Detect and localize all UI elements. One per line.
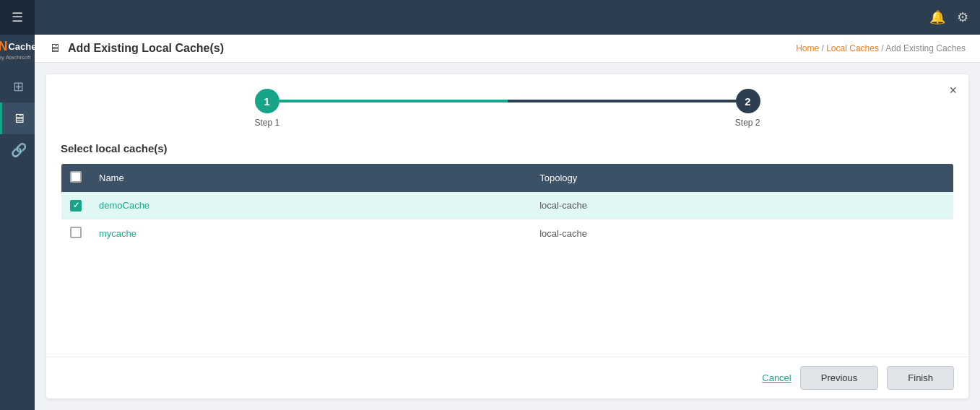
logo-n: N: [0, 39, 7, 54]
table-row: mycache local-cache: [61, 219, 954, 248]
close-button[interactable]: ×: [949, 83, 957, 98]
row-1-checkbox[interactable]: [70, 200, 82, 211]
logo-sub: by Alachisoft: [0, 54, 37, 61]
hamburger-icon: ☰: [12, 9, 23, 25]
topbar: 🔔 ⚙: [35, 0, 980, 35]
main-area: 🔔 ⚙ 🖥 Add Existing Local Cache(s) Home /…: [35, 0, 980, 410]
menu-toggle[interactable]: ☰: [0, 0, 35, 35]
step-2-label: Step 2: [735, 118, 760, 128]
breadcrumb-home[interactable]: Home: [796, 43, 819, 53]
step-2-circle: 2: [736, 89, 760, 113]
row-2-checkbox[interactable]: [70, 227, 82, 238]
table-header-row: Name Topology: [61, 164, 954, 193]
links-icon: 🔗: [11, 142, 27, 158]
monitor-icon: 🖥: [12, 111, 25, 126]
row-2-name: mycache: [90, 219, 531, 248]
table-header: Name Topology: [61, 164, 954, 193]
table-body: demoCache local-cache mycache local-cach…: [61, 192, 954, 248]
bell-icon[interactable]: 🔔: [929, 9, 945, 25]
breadcrumb: Home / Local Caches / Add Existing Cache…: [796, 43, 966, 53]
sidebar-item-dashboard[interactable]: ⊞: [0, 71, 35, 102]
step-1-number: 1: [264, 95, 269, 108]
sidebar-item-links[interactable]: 🔗: [0, 134, 35, 166]
logo: N Cache by Alachisoft: [0, 39, 37, 61]
sidebar-item-monitor[interactable]: 🖥: [0, 102, 35, 134]
breadcrumb-local-caches[interactable]: Local Caches: [826, 43, 879, 53]
breadcrumb-current: Add Existing Caches: [885, 43, 966, 53]
table-row: demoCache local-cache: [61, 192, 954, 219]
row-2-checkbox-cell: [61, 219, 91, 248]
steps-row: 1 2: [255, 89, 760, 113]
topbar-icons: 🔔 ⚙: [929, 9, 968, 25]
table-section: Select local cache(s) Name Topology: [46, 135, 968, 357]
wizard-panel: × 1 2 Step 1 Step 2: [46, 74, 968, 398]
page-title-icon: 🖥: [49, 42, 61, 55]
header-checkbox-cell: [61, 164, 91, 193]
step-progress-line: [279, 100, 736, 102]
section-title: Select local cache(s): [61, 142, 954, 154]
page-title: Add Existing Local Cache(s): [68, 42, 224, 55]
row-2-topology: local-cache: [531, 219, 953, 248]
step-1-circle: 1: [255, 89, 279, 113]
header-topology: Topology: [531, 164, 953, 193]
steps-labels: Step 1 Step 2: [255, 118, 760, 128]
step-1-label: Step 1: [255, 118, 280, 128]
sidebar-nav: ⊞ 🖥 🔗: [0, 65, 35, 166]
cache-table: Name Topology demoCache local-cache: [61, 163, 954, 248]
wizard-footer: Cancel Previous Finish: [46, 357, 968, 398]
content-area: 🖥 Add Existing Local Cache(s) Home / Loc…: [35, 35, 980, 410]
header-name: Name: [90, 164, 531, 193]
logo-area: N Cache by Alachisoft: [0, 35, 40, 65]
select-all-checkbox[interactable]: [70, 171, 82, 183]
settings-icon[interactable]: ⚙: [957, 9, 968, 25]
steps-container: 1 2 Step 1 Step 2: [46, 74, 968, 135]
step-2-number: 2: [745, 95, 750, 108]
previous-button[interactable]: Previous: [800, 366, 879, 390]
row-1-name: demoCache: [90, 192, 531, 219]
row-1-topology: local-cache: [531, 192, 953, 219]
dashboard-icon: ⊞: [13, 79, 24, 95]
page-title-area: 🖥 Add Existing Local Cache(s): [49, 42, 224, 55]
logo-cache: Cache: [8, 41, 36, 52]
sidebar: ☰ N Cache by Alachisoft ⊞ 🖥 🔗: [0, 0, 35, 410]
row-1-checkbox-cell: [61, 192, 91, 219]
finish-button[interactable]: Finish: [887, 366, 954, 390]
page-header: 🖥 Add Existing Local Cache(s) Home / Loc…: [35, 35, 980, 63]
cancel-button[interactable]: Cancel: [762, 372, 791, 383]
